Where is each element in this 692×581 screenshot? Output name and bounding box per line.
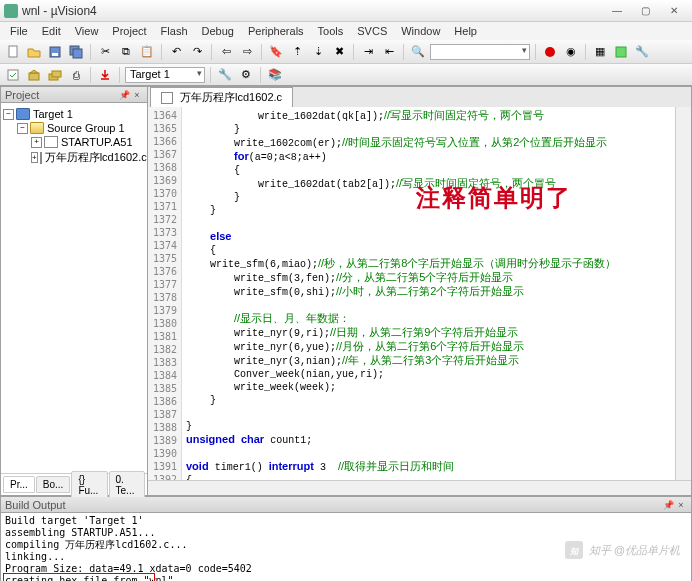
svg-rect-4	[73, 49, 82, 58]
download-icon[interactable]	[96, 66, 114, 84]
bookmark-next-icon[interactable]: ⇣	[309, 43, 327, 61]
tab-functions[interactable]: {} Fu...	[71, 471, 107, 499]
outdent-icon[interactable]: ⇤	[380, 43, 398, 61]
options-icon[interactable]: 🔧	[216, 66, 234, 84]
folder-icon	[30, 122, 44, 134]
save-icon[interactable]	[46, 43, 64, 61]
target-icon	[16, 108, 30, 120]
menu-edit[interactable]: Edit	[36, 24, 67, 38]
svg-rect-8	[29, 73, 39, 80]
tab-templates[interactable]: 0. Te...	[109, 471, 145, 499]
tree-group[interactable]: − Source Group 1	[17, 121, 145, 135]
svg-rect-0	[9, 46, 17, 57]
highlight-box	[3, 573, 155, 581]
editor-tabs: 万年历程序lcd1602.c	[148, 87, 691, 107]
find-combo[interactable]	[430, 44, 530, 60]
tree-file[interactable]: + 万年历程序lcd1602.c	[31, 149, 145, 166]
menu-file[interactable]: File	[4, 24, 34, 38]
build-output-title: Build Output	[5, 499, 66, 511]
tree-file-label: 万年历程序lcd1602.c	[45, 150, 147, 165]
title-bar: wnl - µVision4 — ▢ ✕	[0, 0, 692, 22]
bookmark-prev-icon[interactable]: ⇡	[288, 43, 306, 61]
debug-icon[interactable]	[541, 43, 559, 61]
editor-tab-label: 万年历程序lcd1602.c	[180, 90, 282, 105]
menu-svcs[interactable]: SVCS	[351, 24, 393, 38]
close-button[interactable]: ✕	[660, 3, 688, 19]
tree-toggle-icon[interactable]: −	[17, 123, 28, 134]
main-area: Project 📌 × − Target 1 − Source Group 1 …	[0, 86, 692, 496]
menu-flash[interactable]: Flash	[155, 24, 194, 38]
rebuild-icon[interactable]	[46, 66, 64, 84]
target-combo[interactable]: Target 1	[125, 67, 205, 83]
tree-target-label: Target 1	[33, 108, 73, 120]
build-output-header: Build Output 📌 ×	[1, 497, 691, 513]
tree-toggle-icon[interactable]: +	[31, 137, 42, 148]
books-icon[interactable]: 📚	[266, 66, 284, 84]
svg-rect-7	[8, 70, 18, 80]
toolbar-build: ⎙ Target 1 🔧 ⚙ 📚	[0, 64, 692, 86]
new-file-icon[interactable]	[4, 43, 22, 61]
undo-icon[interactable]: ↶	[167, 43, 185, 61]
build-output-text[interactable]: Build target 'Target 1' assembling START…	[1, 513, 691, 581]
app-icon	[4, 4, 18, 18]
menu-project[interactable]: Project	[106, 24, 152, 38]
indent-icon[interactable]: ⇥	[359, 43, 377, 61]
menu-bar: File Edit View Project Flash Debug Perip…	[0, 22, 692, 40]
find-icon[interactable]: 🔍	[409, 43, 427, 61]
nav-back-icon[interactable]: ⇦	[217, 43, 235, 61]
bookmark-clear-icon[interactable]: ✖	[330, 43, 348, 61]
c-file-icon	[161, 92, 173, 104]
cut-icon[interactable]: ✂	[96, 43, 114, 61]
code-area[interactable]: 1364 1365 1366 1367 1368 1369 1370 1371 …	[148, 107, 691, 480]
tree-file-label: STARTUP.A51	[61, 136, 133, 148]
manage-icon[interactable]: ⚙	[237, 66, 255, 84]
annotation-text: 注释简单明了	[416, 182, 572, 214]
tab-books[interactable]: Bo...	[36, 476, 71, 493]
panel-close-icon[interactable]: ×	[675, 499, 687, 511]
tree-file[interactable]: + STARTUP.A51	[31, 135, 145, 149]
menu-tools[interactable]: Tools	[312, 24, 350, 38]
tab-project[interactable]: Pr...	[3, 476, 35, 493]
copy-icon[interactable]: ⧉	[117, 43, 135, 61]
paste-icon[interactable]: 📋	[138, 43, 156, 61]
editor-tab[interactable]: 万年历程序lcd1602.c	[150, 87, 293, 107]
asm-file-icon	[44, 136, 58, 148]
nav-fwd-icon[interactable]: ⇨	[238, 43, 256, 61]
translate-icon[interactable]	[4, 66, 22, 84]
menu-window[interactable]: Window	[395, 24, 446, 38]
panel-close-icon[interactable]: ×	[131, 89, 143, 101]
menu-peripherals[interactable]: Peripherals	[242, 24, 310, 38]
redo-icon[interactable]: ↷	[188, 43, 206, 61]
project-tabs: Pr... Bo... {} Fu... 0. Te...	[1, 473, 147, 495]
build-icon[interactable]	[25, 66, 43, 84]
tree-toggle-icon[interactable]: +	[31, 152, 38, 163]
line-gutter: 1364 1365 1366 1367 1368 1369 1370 1371 …	[148, 107, 182, 480]
horizontal-scrollbar[interactable]	[148, 480, 691, 495]
project-panel-header: Project 📌 ×	[1, 87, 147, 103]
panel-pin-icon[interactable]: 📌	[662, 499, 674, 511]
menu-debug[interactable]: Debug	[196, 24, 240, 38]
project-panel: Project 📌 × − Target 1 − Source Group 1 …	[0, 86, 148, 496]
config-icon[interactable]	[612, 43, 630, 61]
minimize-button[interactable]: —	[604, 3, 630, 19]
toolbox-icon[interactable]: 🔧	[633, 43, 651, 61]
tree-toggle-icon[interactable]: −	[3, 109, 14, 120]
tree-group-label: Source Group 1	[47, 122, 125, 134]
svg-rect-10	[52, 71, 61, 77]
tree-target[interactable]: − Target 1	[3, 107, 145, 121]
batch-build-icon[interactable]: ⎙	[67, 66, 85, 84]
project-tree[interactable]: − Target 1 − Source Group 1 + STARTUP.A5…	[1, 103, 147, 473]
svg-point-5	[545, 47, 555, 57]
open-file-icon[interactable]	[25, 43, 43, 61]
menu-view[interactable]: View	[69, 24, 105, 38]
bookmark-icon[interactable]: 🔖	[267, 43, 285, 61]
window-icon[interactable]: ▦	[591, 43, 609, 61]
menu-help[interactable]: Help	[448, 24, 483, 38]
maximize-button[interactable]: ▢	[632, 3, 658, 19]
breakpoint-icon[interactable]: ◉	[562, 43, 580, 61]
vertical-scrollbar[interactable]	[675, 107, 691, 480]
code-text[interactable]: write_1602dat(qk[a]);//写显示时间固定符号，两个冒号 } …	[182, 107, 675, 480]
window-title: wnl - µVision4	[22, 4, 604, 18]
save-all-icon[interactable]	[67, 43, 85, 61]
panel-pin-icon[interactable]: 📌	[118, 89, 130, 101]
